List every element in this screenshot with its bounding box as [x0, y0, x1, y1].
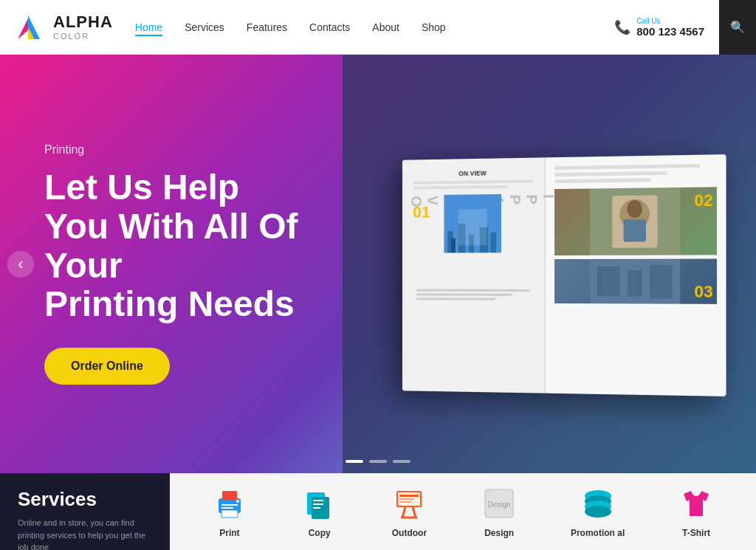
mag-photo-2: 02: [554, 187, 717, 255]
navbar: ALPHA COLOR Home Services Features Conta…: [0, 0, 756, 55]
svg-rect-36: [399, 498, 414, 500]
mag-on-view: ON VIEW: [413, 168, 533, 177]
svg-point-43: [585, 506, 611, 518]
nav-item-home[interactable]: Home: [135, 21, 162, 34]
svg-rect-9: [451, 238, 456, 252]
svg-rect-16: [597, 266, 619, 295]
phone-number: 800 123 4567: [636, 25, 704, 38]
magazine: ON VIEW OVERLAPPING: [402, 154, 726, 396]
svg-line-32: [402, 507, 405, 518]
hero-content: Printing Let Us Help You With All Of You…: [0, 114, 384, 414]
hero-title-line3: Printing Needs: [44, 284, 295, 323]
svg-rect-8: [490, 232, 496, 252]
nav-link-features[interactable]: Features: [247, 21, 287, 33]
service-label-tshirt: T-Shirt: [682, 528, 710, 538]
nav-link-about[interactable]: About: [372, 21, 399, 33]
svg-rect-28: [313, 503, 323, 505]
service-item-tshirt[interactable]: T-Shirt: [678, 485, 715, 538]
print-icon: [211, 485, 248, 522]
design-icon: Design: [481, 485, 518, 522]
mag-photo-1: [444, 193, 501, 252]
hero-section: ‹ Printing Let Us Help You With All Of Y…: [0, 55, 756, 473]
copy-icon: [301, 485, 338, 522]
mag-photo-3: 03: [554, 258, 717, 303]
svg-rect-5: [458, 223, 466, 252]
logo-name: ALPHA: [53, 13, 113, 31]
prev-slide-button[interactable]: ‹: [7, 251, 34, 278]
service-item-design[interactable]: Design Design: [481, 485, 518, 538]
nav-item-about[interactable]: About: [372, 21, 399, 34]
search-button[interactable]: 🔍: [719, 0, 756, 55]
logo[interactable]: ALPHA COLOR: [15, 11, 113, 44]
svg-rect-23: [221, 510, 238, 518]
tshirt-icon: [678, 485, 715, 522]
service-label-promotion: Promotion al: [571, 528, 625, 538]
hero-title-line1: Let Us Help: [44, 168, 239, 207]
dot-1[interactable]: [346, 460, 363, 463]
mag-num-03: 03: [694, 282, 712, 302]
nav-link-services[interactable]: Services: [185, 21, 224, 33]
nav-item-contacts[interactable]: Contacts: [309, 21, 350, 34]
svg-rect-22: [222, 491, 237, 500]
nav-item-services[interactable]: Services: [185, 21, 224, 34]
svg-line-33: [413, 507, 416, 518]
hero-subtitle: Printing: [44, 143, 340, 157]
svg-rect-37: [399, 501, 411, 503]
service-item-print[interactable]: Print: [211, 485, 248, 538]
mag-text: [554, 163, 717, 183]
services-description: Online and in store, you can find printi…: [18, 517, 152, 550]
slider-dots: [346, 460, 410, 463]
magazine-right: 02 03: [546, 154, 726, 396]
logo-icon: [15, 11, 47, 44]
services-label-area: Services Online and in store, you can fi…: [0, 473, 170, 550]
svg-rect-35: [399, 495, 419, 497]
hero-title-line2: You With All Of Your: [44, 207, 298, 285]
nav-item-features[interactable]: Features: [247, 21, 287, 34]
promotion-icon: [580, 485, 616, 522]
svg-rect-27: [313, 500, 323, 501]
nav-link-contacts[interactable]: Contacts: [309, 21, 350, 33]
svg-rect-29: [313, 507, 320, 509]
hero-image: ON VIEW OVERLAPPING: [343, 55, 756, 473]
svg-rect-17: [628, 269, 642, 295]
magazine-left: ON VIEW OVERLAPPING: [402, 157, 546, 393]
svg-rect-14: [623, 219, 646, 242]
services-title: Services: [18, 488, 152, 511]
svg-rect-6: [469, 234, 474, 252]
service-item-outdoor[interactable]: Outdoor: [391, 485, 427, 538]
search-icon: 🔍: [730, 20, 745, 34]
svg-rect-18: [650, 264, 673, 298]
mag-num-02: 02: [694, 190, 712, 210]
call-area: 📞 Call Us 800 123 4567: [614, 17, 704, 38]
services-section: Services Online and in store, you can fi…: [0, 473, 756, 550]
nav-link-shop[interactable]: Shop: [422, 21, 446, 33]
dot-3[interactable]: [393, 460, 410, 463]
nav-link-home[interactable]: Home: [135, 21, 162, 36]
nav-right: 📞 Call Us 800 123 4567 🔍: [614, 0, 741, 55]
service-label-outdoor: Outdoor: [392, 528, 427, 538]
service-label-copy: Copy: [309, 528, 331, 538]
svg-rect-21: [221, 507, 233, 509]
call-us-label: Call Us: [636, 17, 704, 25]
logo-tagline: COLOR: [53, 32, 113, 41]
mag-num-01: 01: [413, 202, 430, 221]
svg-text:Design: Design: [488, 501, 511, 509]
svg-rect-20: [221, 504, 238, 506]
service-item-promotion[interactable]: Promotion al: [571, 485, 625, 538]
phone-icon: 📞: [614, 19, 630, 35]
dot-2[interactable]: [369, 460, 387, 463]
order-online-button[interactable]: Order Online: [44, 348, 170, 385]
service-label-design: Design: [484, 528, 514, 538]
hero-title: Let Us Help You With All Of Your Printin…: [44, 168, 340, 324]
mag-sub: [413, 179, 533, 189]
svg-point-24: [236, 500, 239, 503]
nav-links: Home Services Features Contacts About Sh…: [135, 21, 614, 34]
service-item-copy[interactable]: Copy: [301, 485, 338, 538]
service-label-print: Print: [219, 528, 239, 538]
svg-rect-7: [480, 227, 489, 252]
nav-item-shop[interactable]: Shop: [422, 21, 446, 34]
services-icons: Print Copy: [170, 473, 756, 550]
outdoor-icon: [391, 485, 427, 522]
magazine-mockup: ON VIEW OVERLAPPING: [365, 77, 756, 473]
